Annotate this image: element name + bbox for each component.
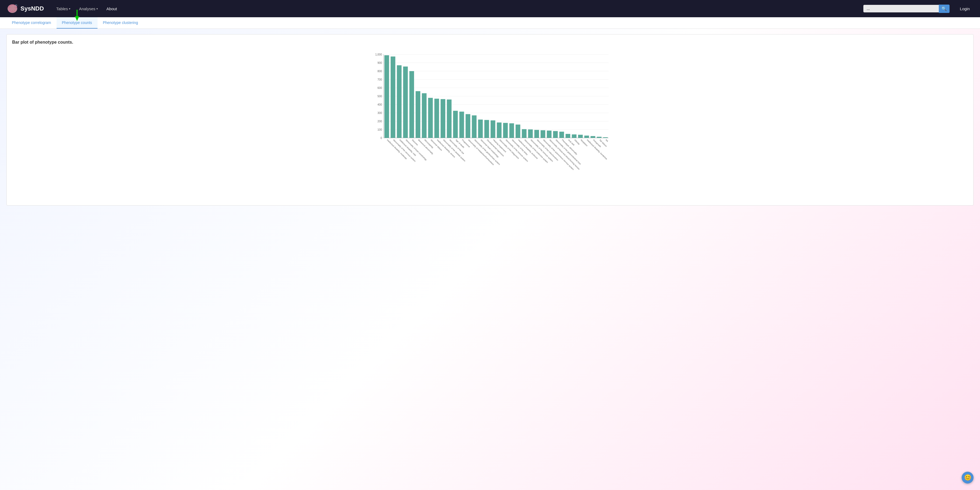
svg-rect-75 [535,130,539,138]
svg-text:900: 900 [377,61,382,64]
analyses-dropdown-arrow: ▾ [96,7,98,10]
svg-rect-97 [603,137,608,138]
tables-dropdown-arrow: ▾ [69,7,70,10]
svg-rect-45 [441,99,445,138]
svg-rect-77 [541,130,545,138]
svg-text:1,000: 1,000 [375,53,382,56]
analyses-label: Analyses [79,6,95,11]
tabs-container: Phenotype correlogram Phenotype counts P… [0,17,980,29]
brain-icon [6,3,18,14]
cursor-line [76,10,78,17]
svg-rect-27 [384,55,389,138]
svg-rect-57 [478,119,483,138]
svg-rect-71 [522,129,527,138]
tables-menu[interactable]: Tables ▾ [52,4,74,13]
svg-rect-37 [416,91,420,138]
svg-rect-79 [547,130,551,138]
bar-chart: 01002003004005006007008009001,000Intelle… [369,49,611,200]
tab-phenotype-clustering[interactable]: Phenotype clustering [97,17,143,29]
svg-text:700: 700 [377,78,382,81]
svg-rect-33 [403,67,407,138]
svg-rect-69 [515,124,520,138]
svg-rect-41 [428,98,433,138]
svg-text:0: 0 [380,137,382,140]
svg-rect-29 [391,57,395,138]
brand-logo[interactable]: SysNDD [6,3,44,14]
svg-rect-53 [466,114,470,138]
svg-rect-87 [572,134,576,138]
tab-correlogram-label: Phenotype correlogram [12,21,51,25]
svg-text:NA: NA [605,139,609,143]
svg-rect-31 [397,65,401,138]
svg-rect-61 [490,121,495,138]
login-button[interactable]: Login [956,4,974,13]
svg-rect-47 [447,99,452,138]
svg-rect-63 [497,123,501,138]
tab-clustering-label: Phenotype clustering [103,21,138,25]
chart-container: Bar plot of phenotype counts. 0100200300… [6,34,974,205]
svg-text:500: 500 [377,95,382,98]
main-content: Bar plot of phenotype counts. 0100200300… [0,29,980,211]
tab-counts-label: Phenotype counts [62,21,92,25]
svg-rect-51 [459,111,464,138]
svg-rect-95 [597,137,601,138]
search-input[interactable] [863,5,939,13]
chart-title: Bar plot of phenotype counts. [12,40,968,45]
svg-rect-81 [553,131,558,138]
nav-links: Tables ▾ Analyses ▾ About [52,4,863,13]
svg-text:400: 400 [377,103,382,106]
svg-text:100: 100 [377,128,382,131]
about-link[interactable]: About [103,4,121,13]
svg-rect-93 [590,136,595,138]
svg-text:300: 300 [377,111,382,115]
svg-rect-85 [566,134,570,138]
svg-text:200: 200 [377,120,382,123]
svg-rect-35 [409,71,414,138]
navbar: SysNDD Tables ▾ Analyses ▾ About 🔍 Login [0,0,980,17]
tab-phenotype-correlogram[interactable]: Phenotype correlogram [6,17,57,29]
svg-rect-91 [584,135,589,138]
svg-rect-65 [503,123,508,138]
feedback-icon: 😊 [964,474,971,481]
feedback-button[interactable]: 😊 [962,472,974,484]
svg-rect-55 [472,115,477,138]
svg-rect-43 [434,99,439,138]
brand-name: SysNDD [21,5,44,12]
about-label: About [107,6,117,11]
svg-rect-59 [484,120,489,138]
search-button[interactable]: 🔍 [939,5,950,13]
analyses-menu[interactable]: Analyses ▾ [75,4,102,13]
svg-text:800: 800 [377,70,382,73]
search-container: 🔍 [863,5,950,13]
svg-rect-39 [422,93,426,138]
search-icon: 🔍 [942,6,947,11]
login-label: Login [960,6,970,11]
svg-point-1 [9,10,11,12]
svg-rect-49 [453,111,458,138]
cursor-arrow [75,16,79,21]
chart-area: 01002003004005006007008009001,000Intelle… [12,49,968,200]
svg-rect-73 [528,129,533,138]
svg-rect-89 [578,135,583,138]
tables-label: Tables [56,6,68,11]
svg-rect-67 [509,123,514,138]
svg-text:600: 600 [377,86,382,89]
svg-rect-83 [559,132,564,138]
